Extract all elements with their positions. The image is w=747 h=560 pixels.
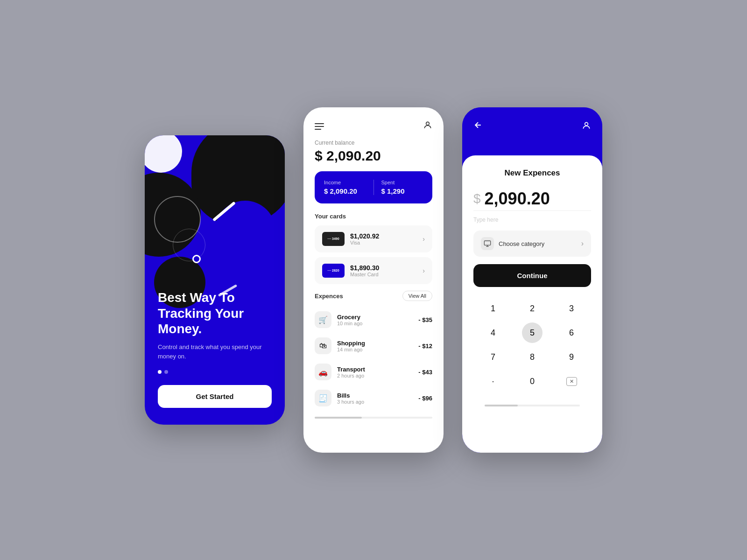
hamburger-line-1 xyxy=(315,123,324,124)
spent-col: Spent $ 1,290 xyxy=(374,180,423,195)
svg-point-0 xyxy=(426,122,430,125)
expense-grocery-amount: - $35 xyxy=(418,316,432,323)
onboarding-content: Best Way To Tracking Your Money. Control… xyxy=(145,279,285,425)
dot-1 xyxy=(158,370,162,374)
cards-section-label: Your cards xyxy=(303,213,444,220)
new-expense-body: New Expences $ 2,090.20 Type here Choose… xyxy=(462,155,602,453)
transport-icon: 🚗 xyxy=(315,364,331,380)
key-4[interactable]: 4 xyxy=(473,321,513,345)
expense-shopping-time: 14 min ago xyxy=(337,347,413,352)
expense-bills-time: 3 hours ago xyxy=(337,399,413,405)
key-1[interactable]: 1 xyxy=(473,296,513,321)
key-9[interactable]: 9 xyxy=(552,345,591,369)
expense-shopping[interactable]: 🛍 Shopping 14 min ago - $12 xyxy=(303,333,444,359)
expenses-section-label: Expences xyxy=(315,293,343,300)
card-chip-blue: ···· 2820 xyxy=(322,264,345,278)
expense-bills-amount: - $96 xyxy=(418,395,432,402)
expense-transport-amount: - $43 xyxy=(418,369,432,376)
card-last4-2: ···· 2820 xyxy=(327,269,339,273)
expense-transport-info: Transport 2 hours ago xyxy=(337,366,413,378)
p3-scroll-inner xyxy=(485,405,518,406)
scroll-bar-inner xyxy=(315,417,362,419)
card-info-visa: $1,020.92 Visa xyxy=(350,232,417,245)
card-amount-2: $1,890.30 xyxy=(350,264,417,272)
chevron-icon-2: › xyxy=(423,267,425,274)
spent-label: Spent xyxy=(381,180,423,185)
expense-transport-time: 2 hours ago xyxy=(337,373,413,378)
key-3[interactable]: 3 xyxy=(552,296,591,321)
chevron-icon-1: › xyxy=(423,235,425,243)
expense-transport-name: Transport xyxy=(337,366,413,373)
card-item-visa[interactable]: ···· 3490 $1,020.92 Visa › xyxy=(315,225,432,252)
key-dot[interactable]: · xyxy=(473,369,513,393)
svg-point-1 xyxy=(585,122,588,126)
onboarding-title: Best Way To Tracking Your Money. xyxy=(158,290,272,337)
card-last4-1: ···· 3490 xyxy=(327,237,339,241)
dot-2 xyxy=(164,370,168,374)
numpad-grid: 1 2 3 4 5 6 7 8 9 · 0 ✕ xyxy=(473,296,591,393)
card-chip-dark: ···· 3490 xyxy=(322,232,345,246)
expense-shopping-name: Shopping xyxy=(337,340,413,347)
income-label: Income xyxy=(324,180,366,185)
menu-icon[interactable] xyxy=(315,123,324,130)
numpad: 1 2 3 4 5 6 7 8 9 · 0 ✕ xyxy=(473,296,591,401)
category-icon xyxy=(481,237,494,250)
key-6[interactable]: 6 xyxy=(552,321,591,345)
scroll-bar xyxy=(315,417,432,419)
balance-amount: $ 2,090.20 xyxy=(303,148,444,164)
expense-amount-input[interactable]: 2,090.20 xyxy=(485,189,550,209)
new-expense-title: New Expences xyxy=(473,168,591,178)
new-expense-header xyxy=(462,107,602,155)
phone-dashboard: Current balance $ 2,090.20 Income $ 2,09… xyxy=(303,107,444,453)
expense-bills[interactable]: 🧾 Bills 3 hours ago - $96 xyxy=(303,385,444,411)
dollar-sign: $ xyxy=(473,191,481,206)
back-button[interactable] xyxy=(473,120,483,132)
card-amount-1: $1,020.92 xyxy=(350,232,417,240)
income-value: $ 2,090.20 xyxy=(324,187,366,195)
p3-scroll-bar xyxy=(485,405,580,406)
profile-icon-3[interactable] xyxy=(582,121,591,132)
category-chevron: › xyxy=(581,239,584,248)
choose-category-button[interactable]: Choose category › xyxy=(473,231,591,257)
expense-grocery-name: Grocery xyxy=(337,314,413,321)
card-info-mastercard: $1,890.30 Master Card xyxy=(350,264,417,277)
grocery-icon: 🛒 xyxy=(315,311,331,328)
balance-label: Current balance xyxy=(303,140,444,146)
key-8[interactable]: 8 xyxy=(513,345,552,369)
blob-white xyxy=(145,135,182,173)
income-col: Income $ 2,090.20 xyxy=(324,180,374,195)
key-7[interactable]: 7 xyxy=(473,345,513,369)
key-backspace[interactable]: ✕ xyxy=(552,369,591,393)
card-type-2: Master Card xyxy=(350,272,417,277)
profile-icon[interactable] xyxy=(423,120,432,132)
expense-grocery-info: Grocery 10 min ago xyxy=(337,314,413,326)
key-2[interactable]: 2 xyxy=(513,296,552,321)
expense-shopping-amount: - $12 xyxy=(418,343,432,350)
card-item-mastercard[interactable]: ···· 2820 $1,890.30 Master Card › xyxy=(315,257,432,284)
bills-icon: 🧾 xyxy=(315,390,331,406)
type-hint: Type here xyxy=(473,217,591,223)
dot-center xyxy=(192,255,201,263)
amount-row: $ 2,090.20 xyxy=(473,189,591,209)
view-all-button[interactable]: View All xyxy=(402,291,432,301)
get-started-button[interactable]: Get Started xyxy=(158,385,272,408)
phone-new-expense: New Expences $ 2,090.20 Type here Choose… xyxy=(462,107,602,453)
continue-button[interactable]: Continue xyxy=(473,264,591,287)
expense-grocery[interactable]: 🛒 Grocery 10 min ago - $35 xyxy=(303,307,444,333)
expense-shopping-info: Shopping 14 min ago xyxy=(337,340,413,352)
expense-bills-info: Bills 3 hours ago xyxy=(337,392,413,405)
amount-divider xyxy=(473,210,591,211)
hamburger-line-3 xyxy=(315,129,321,130)
expense-grocery-time: 10 min ago xyxy=(337,321,413,326)
svg-rect-2 xyxy=(484,241,490,245)
onboarding-subtitle: Control and track what you spend your mo… xyxy=(158,343,272,361)
key-0[interactable]: 0 xyxy=(513,369,552,393)
expense-transport[interactable]: 🚗 Transport 2 hours ago - $43 xyxy=(303,359,444,385)
phone-onboarding: Best Way To Tracking Your Money. Control… xyxy=(145,135,285,425)
circle-outline-2 xyxy=(173,229,205,261)
key-5[interactable]: 5 xyxy=(522,322,543,343)
dashboard-header xyxy=(303,107,444,140)
expense-bills-name: Bills xyxy=(337,392,413,399)
income-spent-card: Income $ 2,090.20 Spent $ 1,290 xyxy=(315,171,432,203)
hamburger-line-2 xyxy=(315,126,324,127)
